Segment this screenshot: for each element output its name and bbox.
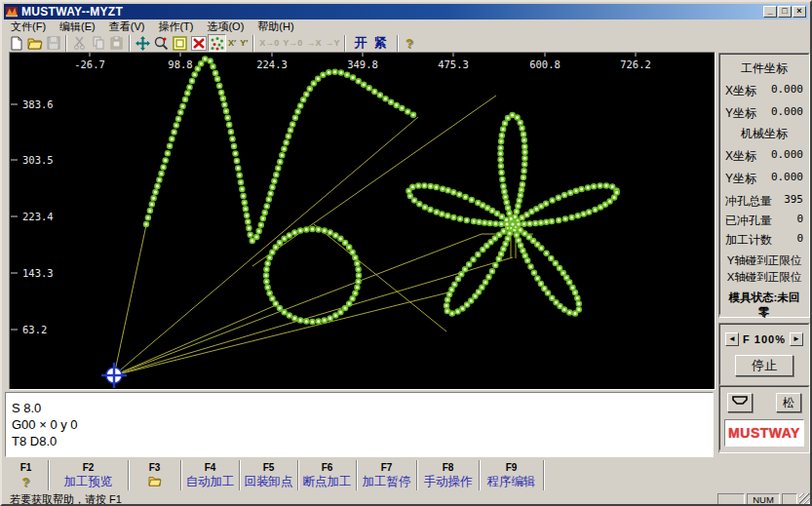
punch-dot: [355, 285, 360, 290]
punch-dot: [274, 173, 279, 177]
status-help-text: 若要获取帮助，请按 F1: [4, 492, 717, 506]
help-button[interactable]: ?: [402, 36, 417, 51]
f6-breakpoint-button[interactable]: F6 断点加工: [298, 460, 357, 490]
machine-y-label: Y坐标: [725, 171, 756, 187]
menu-file[interactable]: 文件(F): [4, 19, 53, 34]
punch-dot: [236, 166, 241, 171]
menu-edit[interactable]: 编辑(E): [53, 19, 102, 34]
new-file-button[interactable]: [7, 34, 25, 52]
menu-view[interactable]: 查看(V): [102, 19, 152, 34]
menu-operate[interactable]: 操作(T): [151, 19, 200, 34]
punch-dot: [522, 144, 527, 149]
punch-dot: [515, 115, 520, 120]
x-ref-button[interactable]: X′: [226, 38, 238, 48]
new-file-icon: [10, 36, 23, 51]
punch-dot: [321, 72, 326, 77]
punch-dot: [422, 183, 427, 188]
punch-dot: [347, 245, 352, 250]
punch-dot: [316, 227, 321, 232]
f4-key-label: F4: [181, 462, 239, 473]
punch-dot: [278, 241, 283, 246]
punch-dot: [241, 194, 246, 199]
show-punch-dots-toggle[interactable]: [208, 34, 226, 52]
zoom-button[interactable]: [152, 34, 171, 52]
toolbar: X′ Y′ X→0 Y→0 →X →Y 开 紧 ?: [4, 33, 808, 53]
work-x-label: X坐标: [725, 83, 756, 99]
punch-dot: [542, 287, 547, 292]
f8-manual-button[interactable]: F8 手动操作: [417, 460, 480, 490]
goto-y-button: →Y: [323, 38, 341, 48]
punch-dot: [423, 205, 428, 210]
clamp-open-tight-button[interactable]: 开 紧: [349, 34, 394, 52]
menu-options[interactable]: 选项(O): [200, 19, 251, 34]
save-icon: [47, 36, 60, 50]
open-file-button[interactable]: [25, 34, 44, 52]
release-button[interactable]: 松: [776, 393, 801, 412]
punch-dot: [174, 123, 178, 128]
punch-dot: [522, 162, 527, 167]
feed-decrease-button[interactable]: ◄: [725, 332, 739, 346]
punch-dot: [519, 243, 523, 248]
punch-dot: [292, 316, 297, 321]
f3-open-button[interactable]: F3: [129, 460, 181, 490]
punch-dot: [455, 309, 460, 314]
minimize-button[interactable]: _: [763, 6, 777, 18]
punch-dot: [286, 134, 290, 138]
f7-pause-button[interactable]: F7 加工暂停: [357, 460, 417, 490]
die-clamp-button[interactable]: [727, 393, 753, 412]
ruler-y-label: 223.4: [22, 211, 54, 222]
toolbar-separator: [397, 35, 399, 52]
punch-dot: [544, 251, 549, 255]
feed-control-box: ◄ F 100% ► 停止: [718, 323, 810, 388]
punch-dot: [199, 61, 204, 66]
gcode-line: G00 × 0 y 0: [12, 416, 707, 433]
stop-button[interactable]: 停止: [735, 355, 793, 376]
punch-dot: [488, 240, 493, 245]
f9-program-edit-button[interactable]: F9 程序编辑: [480, 460, 544, 490]
punch-dot: [356, 79, 361, 84]
punch-dot: [562, 193, 567, 198]
machine-coords-title: 机械坐标: [723, 126, 805, 142]
f8-key-label: F8: [417, 462, 479, 473]
punch-dot: [280, 153, 285, 158]
punch-dot: [411, 112, 416, 117]
punch-dot: [516, 204, 521, 209]
punch-dot: [310, 320, 315, 325]
app-window: { "window": { "title": "MUSTWAY--MYZT", …: [0, 0, 812, 506]
punch-dot: [246, 219, 251, 224]
punch-dot: [449, 311, 454, 316]
rapid-line: [114, 234, 482, 375]
rect-select-button[interactable]: [171, 34, 189, 52]
y-ref-button[interactable]: Y′: [238, 38, 250, 48]
f2-preview-button[interactable]: F2 加工预览: [49, 460, 129, 490]
f5-load-unload-button[interactable]: F5 回装卸点: [240, 460, 298, 490]
plot-canvas[interactable]: -26.798.8224.3349.8475.3600.8726.2383.63…: [9, 52, 715, 390]
punch-dot: [511, 222, 516, 227]
punch-dot: [445, 303, 449, 308]
punch-dot: [539, 204, 544, 209]
pan-button[interactable]: [134, 34, 152, 52]
punch-dot: [586, 185, 591, 190]
maximize-button[interactable]: □: [778, 6, 792, 18]
close-button[interactable]: ×: [793, 6, 806, 18]
feed-increase-button[interactable]: ►: [790, 332, 803, 346]
mold-status: 模具状态:未回零: [723, 291, 805, 320]
f4-auto-run-button[interactable]: F4 自动加工: [181, 460, 240, 490]
punch-dot: [272, 178, 277, 183]
punch-dot: [550, 295, 555, 300]
resize-grip[interactable]: [799, 493, 812, 506]
clamp-brand-box: 松 MUSTWAY: [718, 385, 810, 453]
gcode-readout[interactable]: S 8.0 G00 × 0 y 0 T8 D8.0: [5, 392, 714, 457]
punch-dot: [230, 136, 235, 141]
delete-button[interactable]: [189, 34, 208, 52]
punch-dot: [531, 239, 536, 244]
punch-dot: [190, 79, 195, 84]
punch-dot: [469, 298, 474, 303]
rectangle-icon: [173, 36, 187, 51]
f1-help-button[interactable]: F1 ?: [4, 460, 49, 490]
title-bar[interactable]: MUSTWAY--MYZT _ □ ×: [4, 4, 808, 19]
menu-help[interactable]: 帮助(H): [251, 19, 300, 34]
punch-dot: [278, 160, 283, 165]
copy-icon: [92, 36, 104, 50]
punch-dot: [507, 231, 512, 236]
